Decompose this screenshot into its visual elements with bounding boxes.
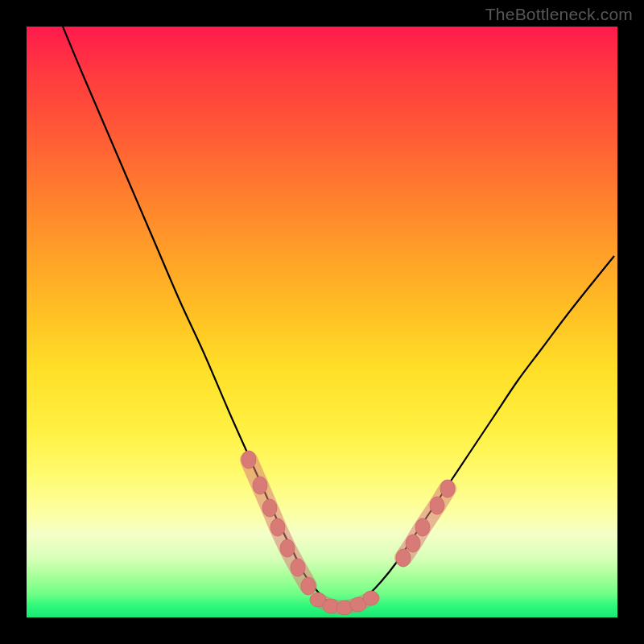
svg-point-14 — [415, 518, 430, 536]
svg-point-13 — [406, 535, 420, 552]
svg-point-3 — [270, 518, 285, 536]
bead-cluster-right — [396, 480, 455, 567]
chart-frame: TheBottleneck.com — [0, 0, 644, 644]
svg-point-16 — [440, 480, 455, 497]
svg-point-6 — [301, 577, 316, 595]
svg-point-1 — [253, 477, 267, 494]
bead-cluster-trough — [310, 591, 379, 615]
plot-area — [27, 27, 617, 617]
svg-point-15 — [430, 497, 444, 514]
svg-point-12 — [396, 549, 411, 567]
svg-point-0 — [242, 451, 256, 469]
svg-point-4 — [280, 539, 295, 557]
svg-point-11 — [363, 591, 379, 605]
svg-point-2 — [262, 499, 277, 517]
bottleneck-curve — [63, 27, 614, 608]
bead-cluster-left — [242, 451, 316, 595]
chart-svg — [27, 27, 617, 617]
svg-point-5 — [291, 559, 305, 576]
watermark-text: TheBottleneck.com — [485, 5, 633, 24]
